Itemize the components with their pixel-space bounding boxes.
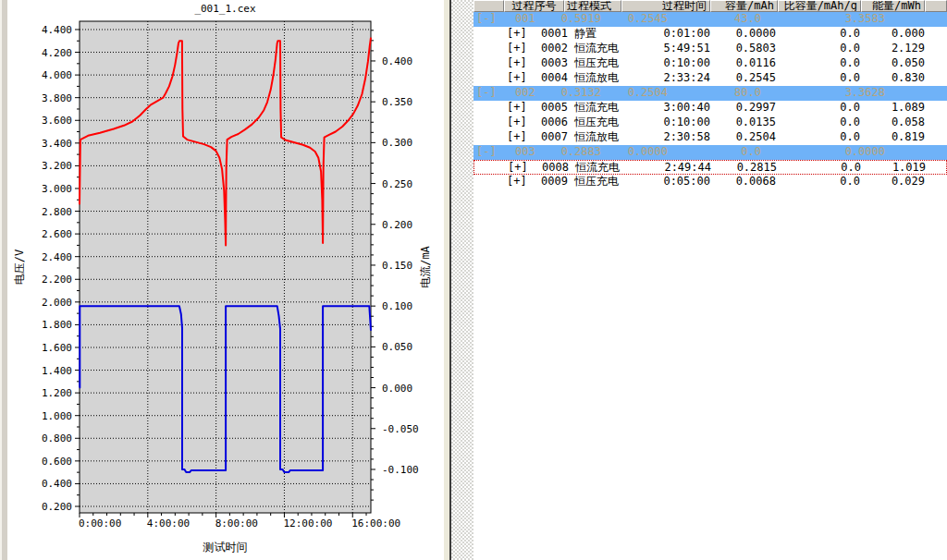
process-table-panel: 过程序号过程模式过程时间容量/mAh比容量/mAh/g能量/mWh [-]001…: [474, 0, 947, 560]
process-time: 2:49:44: [637, 161, 711, 176]
process-name: 0001 静置: [541, 27, 596, 42]
yright-tick-label: 0.300: [382, 137, 412, 149]
yleft-tick-label: 2.600: [42, 228, 72, 240]
yleft-tick-label: 3.200: [42, 160, 72, 172]
yleft-tick-label: 2.000: [42, 297, 72, 309]
cycle-discharge-capacity: 0.2504: [594, 86, 668, 101]
expand-toggle[interactable]: [+]: [507, 42, 527, 56]
energy-mwh: 0.819: [851, 130, 925, 145]
capacity-mah: 0.0068: [702, 175, 776, 189]
cycle-discharge-capacity: 0.2545: [594, 12, 668, 27]
specific-capacity: 0.0: [786, 116, 860, 130]
process-row[interactable]: [+]0004 恒流放电2:33:240.25450.00.830: [474, 71, 947, 86]
expand-toggle[interactable]: [+]: [507, 116, 527, 130]
expand-toggle[interactable]: [+]: [507, 27, 527, 42]
col-header-blank-7[interactable]: [925, 0, 947, 12]
yleft-tick-label: 1.400: [42, 365, 72, 377]
yleft-tick-label: 2.400: [42, 251, 72, 263]
process-row[interactable]: [+]0002 恒流充电5:49:510.58030.02.129: [474, 42, 947, 56]
specific-capacity: 0.0: [787, 161, 861, 176]
splitter-handle[interactable]: [451, 0, 474, 560]
yleft-tick-label: 0.600: [42, 456, 72, 468]
col-header-过程时间[interactable]: 过程时间: [621, 0, 710, 12]
energy-mwh: 0.058: [851, 116, 925, 130]
cycle-group-row[interactable]: [-]0030.28830.00000.00.0000: [474, 145, 947, 160]
expand-toggle[interactable]: [+]: [508, 161, 528, 176]
energy-mwh: 0.029: [851, 175, 925, 189]
energy-mwh: 0.000: [851, 27, 925, 42]
expand-toggle[interactable]: [+]: [507, 101, 527, 116]
collapse-toggle[interactable]: [-]: [476, 12, 497, 27]
process-row[interactable]: [+]0005 恒流充电3:00:400.29970.01.089: [474, 101, 947, 116]
process-name: 0002 恒流充电: [541, 42, 619, 56]
capacity-mah: 0.2815: [703, 161, 777, 176]
collapse-toggle[interactable]: [-]: [476, 86, 497, 101]
process-time: 0:10:00: [636, 116, 710, 130]
cycle-group-row[interactable]: [-]0010.59190.254543.03.3583: [474, 12, 947, 27]
col-header-过程序号[interactable]: 过程序号: [504, 0, 564, 12]
x-tick-label: 16:00:00: [351, 517, 400, 530]
yright-tick-label: -0.100: [382, 464, 419, 476]
x-tick-label: 8:00:00: [215, 517, 258, 530]
specific-capacity: 0.0: [786, 27, 860, 42]
yleft-tick-label: 1.600: [42, 342, 72, 354]
col-header-过程模式[interactable]: 过程模式: [564, 0, 621, 12]
collapse-toggle[interactable]: [-]: [476, 145, 497, 160]
capacity-mah: 0.2504: [702, 130, 776, 145]
cycle-mid-voltage: 3.3628: [811, 86, 885, 101]
yleft-tick-label: 4.200: [42, 47, 72, 59]
cycle-efficiency: 43.0: [687, 12, 761, 27]
chart-panel: 0.2000.4000.6000.8001.0001.2001.4001.600…: [7, 0, 444, 560]
process-row[interactable]: [+]0001 静置0:01:000.00000.00.000: [474, 27, 947, 42]
energy-mwh: 0.830: [851, 71, 925, 86]
col-header-blank-0[interactable]: [474, 0, 504, 12]
x-tick-label: 0:00:00: [79, 517, 121, 530]
yleft-tick-label: 0.400: [42, 478, 72, 490]
yright-tick-label: 0.050: [382, 341, 412, 353]
capacity-mah: 0.0135: [702, 116, 776, 130]
process-time: 2:33:24: [636, 71, 710, 86]
process-time: 5:49:51: [636, 42, 710, 56]
yleft-tick-label: 3.400: [42, 138, 72, 150]
col-header-能量/mWh[interactable]: 能量/mWh: [861, 0, 925, 12]
voltage-current-chart: 0.2000.4000.6000.8001.0001.2001.4001.600…: [7, 0, 444, 560]
yleft-tick-label: 3.600: [42, 115, 72, 127]
col-header-容量/mAh[interactable]: 容量/mAh: [710, 0, 778, 12]
yleft-tick-label: 4.400: [42, 24, 72, 36]
process-row[interactable]: [+]0003 恒压充电0:10:000.01160.00.050: [474, 56, 947, 71]
energy-mwh: 0.050: [851, 56, 925, 71]
process-time: 0:10:00: [636, 56, 710, 71]
cycle-mid-voltage: 0.0000: [811, 145, 885, 160]
process-row[interactable]: [+]0009 恒压充电0:05:000.00680.00.029: [474, 175, 947, 189]
cycle-efficiency: 0.0: [687, 145, 761, 160]
energy-mwh: 1.019: [852, 161, 926, 176]
process-name: 0003 恒压充电: [541, 56, 619, 71]
capacity-mah: 0.5803: [702, 42, 776, 56]
expand-toggle[interactable]: [+]: [507, 175, 527, 189]
cycle-discharge-capacity: 0.0000: [594, 145, 668, 160]
process-row[interactable]: [+]0006 恒压充电0:10:000.01350.00.058: [474, 116, 947, 130]
cycle-efficiency: 80.0: [687, 86, 761, 101]
process-name: 0007 恒流放电: [541, 130, 619, 145]
cycle-charge-capacity: 0.2883: [527, 145, 601, 160]
yleft-tick-label: 1.800: [42, 319, 72, 331]
process-row[interactable]: [+]0008 恒流充电2:49:440.28150.01.019: [474, 160, 947, 175]
process-row[interactable]: [+]0007 恒流放电2:30:580.25040.00.819: [474, 130, 947, 145]
table-header-row: 过程序号过程模式过程时间容量/mAh比容量/mAh/g能量/mWh: [474, 0, 947, 12]
yleft-tick-label: 3.000: [42, 183, 72, 195]
chart-title: _001_1.cex: [194, 3, 256, 15]
process-name: 0009 恒压充电: [541, 175, 619, 189]
process-time: 0:05:00: [636, 175, 710, 189]
specific-capacity: 0.0: [786, 175, 860, 189]
yright-tick-label: 0.350: [382, 96, 412, 108]
cycle-group-row[interactable]: [-]0020.31320.250480.03.3628: [474, 86, 947, 101]
specific-capacity: 0.0: [786, 101, 860, 116]
expand-toggle[interactable]: [+]: [507, 130, 527, 145]
y-axis-left-label: 电压/V: [13, 250, 26, 285]
specific-capacity: 0.0: [786, 71, 860, 86]
process-name: 0008 恒流充电: [542, 161, 620, 176]
yright-tick-label: 0.100: [382, 300, 412, 312]
col-header-比容量/mAh/g[interactable]: 比容量/mAh/g: [778, 0, 861, 12]
expand-toggle[interactable]: [+]: [507, 71, 527, 86]
expand-toggle[interactable]: [+]: [507, 56, 527, 71]
